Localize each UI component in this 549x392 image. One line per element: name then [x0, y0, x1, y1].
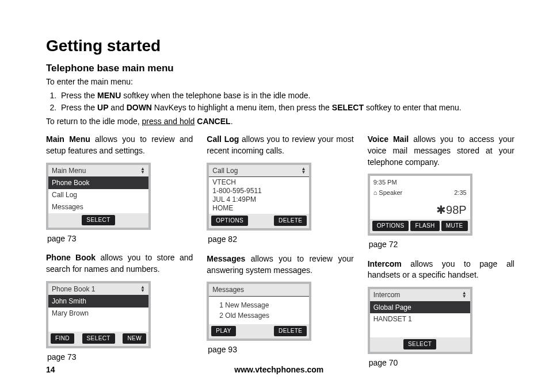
screen-title: Main Menu ▲▼ [48, 165, 148, 178]
screen-title: Intercom ▲▼ [370, 289, 470, 302]
log-line: VTECH [212, 178, 306, 187]
section-title: Telephone base main menu [46, 62, 514, 75]
menu-item[interactable]: Messages [48, 201, 148, 213]
updown-icon: ▲▼ [140, 167, 145, 174]
screen-title: Messages [209, 284, 309, 297]
menu-item[interactable]: Call Log [48, 189, 148, 201]
page-footer: 14 www.vtechphones.com [46, 364, 514, 376]
page-ref: page 73 [47, 233, 193, 245]
screen-voicemail: 9:35 PM ⌂Speaker 2:35 ✱98P OPTIONS FLASH… [368, 174, 472, 236]
delete-softkey[interactable]: DELETE [274, 326, 307, 336]
screen-intercom: Intercom ▲▼ Global Page HANDSET 1 SELECT [368, 287, 472, 354]
list-item[interactable]: Global Page [370, 302, 470, 314]
mute-softkey[interactable]: MUTE [441, 221, 468, 231]
screen-main-menu: Main Menu ▲▼ Phone Book Call Log Message… [46, 163, 151, 230]
options-softkey[interactable]: OPTIONS [372, 221, 409, 231]
column-call-log: Call Log allows you to review your most … [207, 134, 353, 376]
updown-icon: ▲▼ [301, 167, 306, 174]
column-main-menu: Main Menu allows you to review and setup… [46, 134, 193, 376]
vm-duration: 2:35 [454, 189, 466, 197]
log-line: HOME [212, 204, 306, 213]
page-ref: page 73 [47, 352, 193, 363]
msg-line: 2 Old Messages [219, 310, 299, 321]
list-item[interactable]: John Smith [48, 295, 148, 308]
msg-line: 1 New Message [219, 300, 299, 310]
step-1: Press the MENU softkey when the telephon… [59, 90, 514, 102]
updown-icon: ▲▼ [462, 291, 467, 298]
find-softkey[interactable]: FIND [51, 333, 74, 344]
screen-title: Call Log ▲▼ [209, 165, 309, 178]
page-ref: page 93 [208, 344, 353, 356]
intercom-desc: Intercom allows you to page all handsets… [368, 259, 514, 281]
select-softkey[interactable]: SELECT [82, 215, 115, 225]
delete-softkey[interactable]: DELETE [274, 216, 307, 226]
intro-text: To enter the main menu: [46, 76, 514, 88]
page-number: 14 [46, 364, 55, 376]
list-item[interactable]: HANDSET 1 [370, 313, 470, 325]
footer-url: www.vtechphones.com [234, 364, 323, 376]
page-ref: page 72 [369, 239, 514, 251]
return-note: To return to the idle mode, press and ho… [46, 116, 514, 128]
select-softkey[interactable]: SELECT [403, 339, 436, 349]
home-icon: ⌂ [373, 189, 378, 196]
phone-book-desc: Phone Book allows you to store and searc… [46, 252, 193, 275]
voice-mail-desc: Voice Mail allows you to access your voi… [368, 134, 514, 168]
list-item[interactable]: Mary Brown [48, 308, 148, 320]
log-line: 1-800-595-9511 [212, 187, 306, 195]
screen-phone-book: Phone Book 1 ▲▼ John Smith Mary Brown FI… [46, 281, 151, 348]
options-softkey[interactable]: OPTIONS [211, 216, 248, 226]
screen-messages: Messages 1 New Message 2 Old Messages PL… [207, 282, 311, 341]
menu-item[interactable]: Phone Book [48, 177, 148, 189]
updown-icon: ▲▼ [140, 286, 145, 293]
play-softkey[interactable]: PLAY [211, 326, 235, 336]
steps-list: Press the MENU softkey when the telephon… [59, 90, 514, 114]
new-softkey[interactable]: NEW [123, 333, 146, 344]
messages-desc: Messages allows you to review your answe… [207, 253, 353, 276]
flash-softkey[interactable]: FLASH [410, 221, 439, 231]
log-line: JUL 4 1:49PM [212, 195, 306, 204]
column-voice-mail: Voice Mail allows you to access your voi… [368, 134, 514, 376]
vm-code: ✱98P [370, 198, 470, 219]
screen-title: Phone Book 1 ▲▼ [48, 283, 148, 296]
screen-call-log: Call Log ▲▼ VTECH 1-800-595-9511 JUL 4 1… [207, 163, 311, 231]
vm-time: 9:35 PM [373, 178, 397, 187]
main-menu-desc: Main Menu allows you to review and setup… [46, 134, 193, 156]
select-softkey[interactable]: SELECT [82, 333, 115, 344]
step-2: Press the UP and DOWN NavKeys to highlig… [59, 102, 514, 114]
call-log-desc: Call Log allows you to review your most … [207, 134, 353, 156]
page-title: Getting started [46, 34, 514, 57]
page-ref: page 82 [208, 234, 353, 245]
